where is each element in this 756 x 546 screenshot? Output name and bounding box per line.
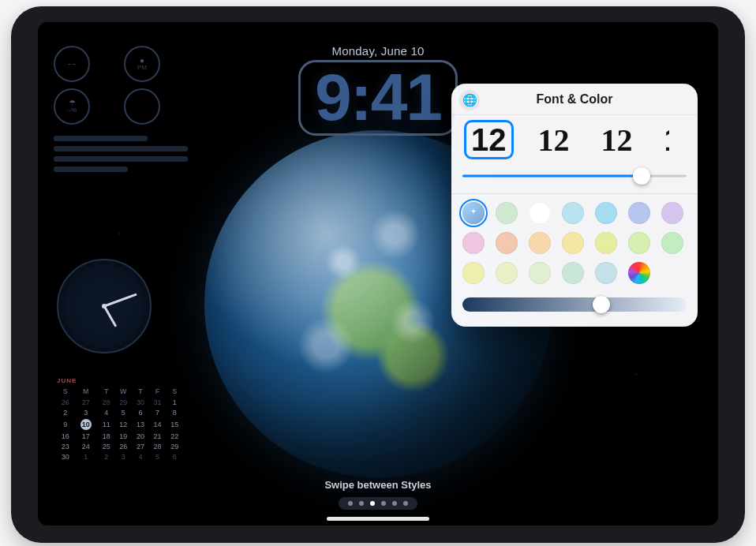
color-swatch[interactable] [628,202,650,224]
sparkle-icon [468,208,479,219]
color-swatch[interactable] [496,262,518,284]
color-swatch[interactable] [462,262,485,284]
color-swatch[interactable] [628,232,650,254]
page-dot[interactable] [359,501,364,506]
color-swatch[interactable] [496,202,518,224]
color-tone-slider[interactable] [462,295,687,314]
swipe-styles-label: Swipe between Styles [324,479,431,491]
page-dot[interactable] [392,501,397,506]
color-swatch[interactable] [462,232,485,254]
color-swatch[interactable] [562,202,584,224]
clock-frame[interactable]: 9:41 [298,60,458,136]
font-weight-thumb[interactable] [633,167,650,185]
globe-icon: 🌐 [462,93,477,107]
font-style-row: 12121212 [451,115,698,160]
font-option-1[interactable]: 12 [531,121,577,160]
page-dots[interactable] [339,497,417,510]
page-dot[interactable] [370,501,375,506]
ipad-body: Monday, June 10 9:41 - -●PM☂--% JUNE SMT… [11,6,745,543]
popover-divider [451,193,698,194]
clock-time: 9:41 [315,64,441,130]
calendar-widget[interactable]: JUNE SMTWTFS2627282930311234567891011121… [57,377,183,462]
analog-clock-widget[interactable] [57,259,152,353]
color-swatch[interactable] [595,202,617,224]
font-option-2[interactable]: 12 [594,121,640,160]
widgets-column: - -●PM☂--% [54,46,188,177]
mini-widget-3[interactable] [124,88,160,125]
widget-placeholder-lines [54,136,188,172]
popover-title: Font & Color [537,92,613,107]
language-button[interactable]: 🌐 [459,90,480,110]
color-swatch[interactable] [661,202,683,224]
color-swatch[interactable] [562,262,584,284]
calendar-month: JUNE [57,377,183,384]
color-swatch[interactable] [529,202,551,224]
color-swatches-grid [451,199,698,286]
color-dynamic[interactable] [462,202,485,224]
page-dot[interactable] [348,501,353,506]
page-dot[interactable] [403,501,408,506]
mini-widget-1[interactable]: ●PM [124,46,160,82]
color-swatch[interactable] [529,232,551,254]
font-option-0[interactable]: 12 [464,120,514,159]
color-swatch[interactable] [661,232,683,254]
color-swatch[interactable] [496,232,518,254]
font-color-popover: 🌐 Font & Color 12121212 [451,84,698,327]
mini-widget-0[interactable]: - - [54,46,90,82]
color-swatch[interactable] [562,232,584,254]
color-tone-thumb[interactable] [593,296,610,313]
mini-widget-2[interactable]: ☂--% [54,88,90,125]
home-indicator[interactable] [327,517,429,521]
color-swatch[interactable] [595,262,617,284]
date-label: Monday, June 10 [332,44,425,58]
font-weight-slider[interactable] [462,166,687,185]
color-picker-button[interactable] [628,262,650,284]
page-dot[interactable] [381,501,386,506]
font-option-3[interactable]: 12 [657,120,672,159]
color-swatch[interactable] [529,262,551,284]
color-swatch[interactable] [595,232,617,254]
lock-screen: Monday, June 10 9:41 - -●PM☂--% JUNE SMT… [38,22,718,525]
